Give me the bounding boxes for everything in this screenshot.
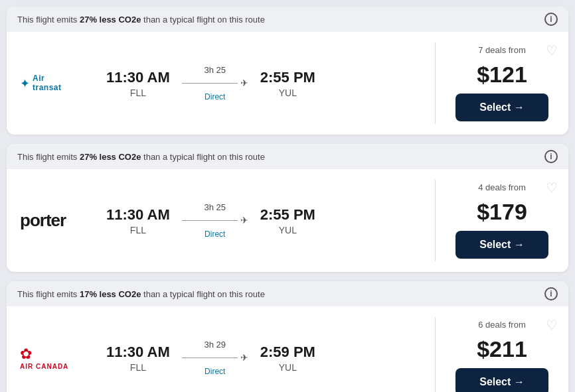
info-icon[interactable]: i — [544, 150, 558, 163]
route-visual: ✈ — [182, 215, 248, 226]
eco-percent: 27% less CO2e — [80, 152, 141, 162]
arrive-block: 2:59 PM YUL — [260, 344, 315, 373]
duration: 3h 25 — [205, 202, 226, 212]
arrive-time: 2:55 PM — [260, 69, 315, 86]
eco-banner: This flight emits 27% less CO2e than a t… — [7, 144, 568, 169]
depart-airport: FLL — [106, 88, 170, 98]
deals-text: 7 deals from — [478, 45, 526, 55]
favorite-button[interactable]: ♡ — [546, 317, 558, 333]
depart-block: 11:30 AM FLL — [106, 206, 170, 235]
deals-text: 6 deals from — [478, 320, 526, 330]
depart-time: 11:30 AM — [106, 69, 170, 86]
air-canada-maple-icon: ✿ — [20, 346, 32, 363]
duration: 3h 29 — [205, 340, 226, 350]
arrive-airport: YUL — [260, 225, 315, 235]
arrive-time: 2:59 PM — [260, 344, 315, 361]
direct-label: Direct — [205, 367, 225, 376]
depart-block: 11:30 AM FLL — [106, 69, 170, 98]
duration: 3h 25 — [205, 65, 226, 75]
arrive-block: 2:55 PM YUL — [260, 206, 315, 235]
plane-icon: ✈ — [240, 215, 248, 226]
select-button[interactable]: Select → — [455, 94, 548, 121]
eco-percent: 27% less CO2e — [80, 15, 141, 25]
airline-name: porter — [20, 210, 66, 231]
airline-logo: ✿ AIR CANADA — [20, 346, 68, 370]
direct-label: Direct — [205, 92, 225, 101]
flight-action: ♡ 4 deals from $179 Select → — [436, 169, 568, 272]
flight-card-air-canada: This flight emits 17% less CO2e than a t… — [7, 281, 568, 392]
arrive-airport: YUL — [260, 362, 315, 373]
route-visual: ✈ — [182, 352, 248, 363]
route-line: 3h 25 ✈ Direct — [182, 65, 248, 101]
route-line-left — [182, 220, 238, 221]
favorite-button[interactable]: ♡ — [546, 42, 558, 58]
eco-text: This flight emits 27% less CO2e than a t… — [17, 15, 265, 25]
deals-text: 4 deals from — [478, 182, 526, 192]
flight-times: 11:30 AM FLL 3h 25 ✈ Direct 2:55 PM YUL — [106, 202, 422, 239]
price: $179 — [477, 200, 527, 223]
airline-name: Airtransat — [33, 74, 62, 92]
flight-info: ✦ Airtransat 11:30 AM FLL 3h 25 ✈ — [7, 32, 435, 135]
depart-time: 11:30 AM — [106, 206, 170, 224]
flight-body: ✿ AIR CANADA 11:30 AM FLL 3h 29 ✈ — [7, 306, 568, 392]
eco-text: This flight emits 17% less CO2e than a t… — [17, 289, 265, 299]
plane-icon: ✈ — [240, 352, 248, 363]
depart-time: 11:30 AM — [106, 344, 170, 361]
flight-card-air-transat: This flight emits 27% less CO2e than a t… — [7, 7, 568, 135]
route-line-left — [182, 358, 238, 358]
eco-percent: 17% less CO2e — [80, 289, 141, 299]
flight-body: porter 11:30 AM FLL 3h 25 ✈ Direct — [7, 169, 568, 272]
info-icon[interactable]: i — [544, 13, 558, 26]
arrive-time: 2:55 PM — [260, 206, 315, 224]
select-button[interactable]: Select → — [455, 231, 548, 259]
flight-times: 11:30 AM FLL 3h 25 ✈ Direct 2:55 PM YUL — [106, 65, 422, 101]
flight-info: porter 11:30 AM FLL 3h 25 ✈ Direct — [7, 169, 435, 272]
flight-info: ✿ AIR CANADA 11:30 AM FLL 3h 29 ✈ — [7, 306, 435, 392]
air-transat-star-icon: ✦ — [20, 76, 30, 91]
eco-banner: This flight emits 27% less CO2e than a t… — [7, 7, 568, 32]
plane-icon: ✈ — [240, 78, 248, 88]
flight-card-porter: This flight emits 27% less CO2e than a t… — [7, 144, 568, 272]
eco-text: This flight emits 27% less CO2e than a t… — [17, 152, 265, 162]
route-line: 3h 29 ✈ Direct — [182, 340, 248, 376]
airline-logo-container: ✦ Airtransat — [20, 74, 93, 92]
favorite-button[interactable]: ♡ — [546, 180, 558, 196]
airline-name: AIR CANADA — [20, 363, 68, 370]
airline-logo: ✦ Airtransat — [20, 74, 62, 92]
arrive-block: 2:55 PM YUL — [260, 69, 315, 98]
route-visual: ✈ — [182, 78, 248, 88]
select-button[interactable]: Select → — [455, 368, 548, 392]
arrive-airport: YUL — [260, 88, 315, 98]
airline-logo-container: ✿ AIR CANADA — [20, 346, 93, 370]
flight-body: ✦ Airtransat 11:30 AM FLL 3h 25 ✈ — [7, 32, 568, 135]
depart-airport: FLL — [106, 225, 170, 235]
price: $211 — [477, 338, 527, 360]
info-icon[interactable]: i — [544, 287, 558, 300]
depart-block: 11:30 AM FLL — [106, 344, 170, 373]
direct-label: Direct — [205, 229, 225, 239]
flight-action: ♡ 6 deals from $211 Select → — [436, 306, 568, 392]
airline-logo-container: porter — [20, 210, 93, 231]
depart-airport: FLL — [106, 362, 170, 373]
route-line-left — [182, 83, 238, 84]
price: $121 — [477, 63, 527, 86]
eco-banner: This flight emits 17% less CO2e than a t… — [7, 281, 568, 306]
route-line: 3h 25 ✈ Direct — [182, 202, 248, 239]
flight-times: 11:30 AM FLL 3h 29 ✈ Direct 2:59 PM YUL — [106, 340, 422, 376]
flight-action: ♡ 7 deals from $121 Select → — [436, 32, 568, 135]
